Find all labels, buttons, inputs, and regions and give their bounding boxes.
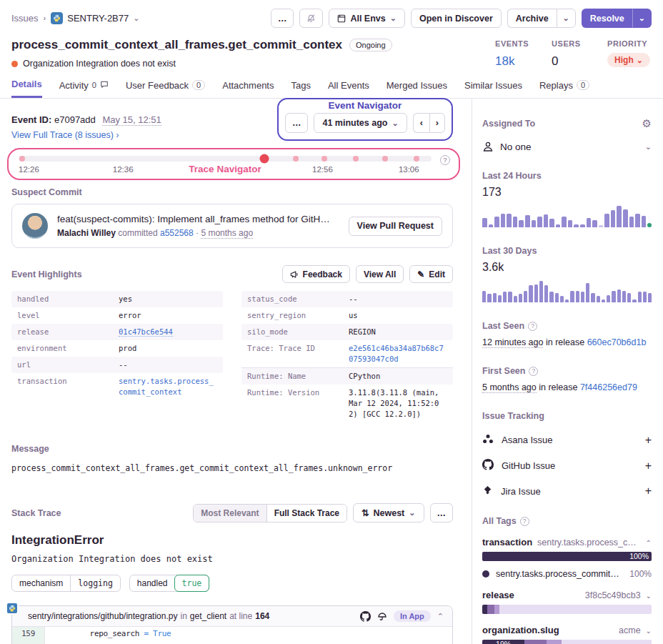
feedback-button[interactable]: Feedback <box>282 265 350 283</box>
chevron-icon[interactable]: ⌄ <box>646 627 652 635</box>
current-event-dot[interactable] <box>259 154 269 164</box>
priority-badge[interactable]: High⌄ <box>607 53 650 67</box>
users-count[interactable]: 0 <box>552 54 584 69</box>
event-age-dropdown[interactable]: 41 minutes ago⌄ <box>314 113 407 133</box>
assignee-selector[interactable]: No one ⌄ <box>482 141 652 152</box>
priority-label: PRIORITY <box>607 39 650 48</box>
collapse-frame-icon[interactable]: ⌃ <box>437 612 444 621</box>
trace-timeline[interactable] <box>19 156 432 162</box>
stack-trace-more-button[interactable]: … <box>430 503 454 522</box>
tag-value-dot <box>482 570 489 578</box>
tag-header[interactable]: release3f8c5c49bcb3⌄ <box>482 590 652 600</box>
highlight-value[interactable]: 01c47bc6e544 <box>119 327 217 337</box>
event-navigator-annotation: Event Navigator … 41 minutes ago⌄ ‹ › <box>277 98 453 141</box>
in-app-badge: In App <box>394 610 431 622</box>
tracking-item-asana[interactable]: Asana Issue+ <box>482 433 652 447</box>
more-actions-button[interactable]: … <box>271 9 294 28</box>
highlight-value[interactable]: e2e561c46ba34a87b68c707593047c0d <box>349 343 447 365</box>
add-asana-issue-button[interactable]: + <box>645 434 652 447</box>
toggle-most-relevant[interactable]: Most Relevant <box>194 505 266 522</box>
gear-icon[interactable]: ⚙ <box>642 117 652 130</box>
chart-bar <box>537 217 542 227</box>
highlight-key: transaction <box>17 376 119 397</box>
activity-count: 0 <box>92 81 96 89</box>
events-count[interactable]: 18k <box>495 54 529 69</box>
trace-event-dot[interactable] <box>414 156 419 162</box>
tab-all-events[interactable]: All Events <box>328 79 369 98</box>
tag-distribution-bar: 19% <box>482 640 652 644</box>
help-icon[interactable]: ? <box>440 155 450 165</box>
resolve-button[interactable]: Resolve <box>582 9 632 28</box>
highlight-value: prod <box>119 343 217 354</box>
message-heading: Message <box>11 444 453 454</box>
highlight-key: status_code <box>247 294 349 304</box>
trace-event-dot[interactable] <box>353 156 359 162</box>
trace-event-dot[interactable] <box>293 156 299 162</box>
tag-release: release3f8c5c49bcb3⌄ <box>482 590 652 614</box>
github-icon[interactable] <box>360 611 371 622</box>
first-seen-release-link[interactable]: 7f446256ed79 <box>580 382 637 392</box>
suspect-commit-hat-icon[interactable] <box>377 611 387 621</box>
tab-tags[interactable]: Tags <box>291 79 310 98</box>
toggle-full-stack-trace[interactable]: Full Stack Trace <box>266 505 347 522</box>
commit-sha-link[interactable]: a552568 <box>160 228 194 238</box>
tab-user-feedback[interactable]: User Feedback0 <box>126 79 205 98</box>
code-line[interactable]: 160 codeowners_locations = ["CODEOWNERS"… <box>12 640 452 644</box>
next-event-button[interactable]: › <box>429 113 445 133</box>
event-more-button[interactable]: … <box>285 113 309 133</box>
breadcrumb-project-name: SENTRY-2B77 <box>67 13 129 24</box>
mute-bell-button[interactable] <box>299 9 323 28</box>
tab-label: Merged Issues <box>387 80 447 91</box>
breadcrumb-issues-link[interactable]: Issues <box>11 13 39 24</box>
last-seen-release-link[interactable]: 660ec70b6d1b <box>587 337 647 347</box>
sort-newest-dropdown[interactable]: ⇅ Newest⌄ <box>353 503 424 522</box>
highlight-value[interactable]: sentry.tasks.process_commit_context <box>119 376 217 397</box>
trace-event-dot[interactable] <box>321 156 327 162</box>
code-line[interactable]: 159 repo_search = True <box>12 627 452 640</box>
tag-segment <box>482 605 487 614</box>
chevron-icon[interactable]: ⌃ <box>646 539 652 547</box>
view-full-trace-link[interactable]: View Full Trace (8 issues) › <box>11 130 119 140</box>
tab-similar-issues[interactable]: Similar Issues <box>464 79 522 98</box>
event-id-value: e7097add <box>54 114 96 125</box>
tab-attachments[interactable]: Attachments <box>222 79 274 98</box>
tab-replays[interactable]: Replays0 <box>539 79 589 98</box>
tab-merged-issues[interactable]: Merged Issues <box>387 79 447 98</box>
view-pull-request-button[interactable]: View Pull Request <box>349 217 442 236</box>
all-envs-button[interactable]: All Envs⌄ <box>329 9 405 28</box>
tab-details[interactable]: Details <box>11 79 42 98</box>
first-seen-heading: First Seen <box>482 366 525 376</box>
chart-bar <box>635 214 640 228</box>
archive-button[interactable]: Archive <box>507 9 557 28</box>
tag-header[interactable]: organization.slugacme⌄ <box>482 625 652 635</box>
frame-line-number: 164 <box>255 611 269 621</box>
code-text: codeowners_locations = ["CODEOWNERS", ".… <box>45 640 452 644</box>
tracking-item-github[interactable]: GitHub Issue+ <box>482 459 652 472</box>
breadcrumb-project[interactable]: SENTRY-2B77 ⌄ <box>51 12 139 24</box>
prev-event-button[interactable]: ‹ <box>413 113 429 133</box>
tag-organization.slug: organization.slugacme⌄19% <box>482 625 652 644</box>
add-github-issue-button[interactable]: + <box>645 460 652 472</box>
mechanism-chip: handledtrue <box>129 575 209 592</box>
resolve-dropdown-button[interactable]: ⌄ <box>632 9 652 28</box>
event-highlights-heading: Event Highlights <box>11 269 82 279</box>
chart-bar <box>489 224 494 227</box>
trace-event-dot[interactable] <box>382 156 388 162</box>
add-jira-issue-button[interactable]: + <box>645 485 652 497</box>
sort-arrows-icon: ⇅ <box>362 507 369 518</box>
trace-event-dot[interactable] <box>19 156 25 162</box>
tracking-item-jira[interactable]: Jira Issue+ <box>482 485 652 497</box>
help-icon: ? <box>528 322 537 331</box>
chart-bar <box>482 291 486 303</box>
archive-dropdown-button[interactable]: ⌄ <box>557 9 576 28</box>
tag-header[interactable]: transactionsentry.tasks.process_com…⌃ <box>482 537 652 548</box>
highlight-key: url <box>17 360 119 370</box>
edit-button[interactable]: ✎ Edit <box>409 265 453 283</box>
view-all-button[interactable]: View All <box>356 265 404 283</box>
highlight-row: Trace: Trace IDe2e561c46ba34a87b68c70759… <box>241 340 453 367</box>
frame-header[interactable]: sentry/integrations/github/integration.p… <box>12 606 452 627</box>
open-in-discover-button[interactable]: Open in Discover <box>411 9 502 28</box>
python-project-icon <box>51 12 63 24</box>
chevron-icon[interactable]: ⌄ <box>646 592 652 600</box>
tab-activity[interactable]: Activity0 <box>59 79 109 98</box>
